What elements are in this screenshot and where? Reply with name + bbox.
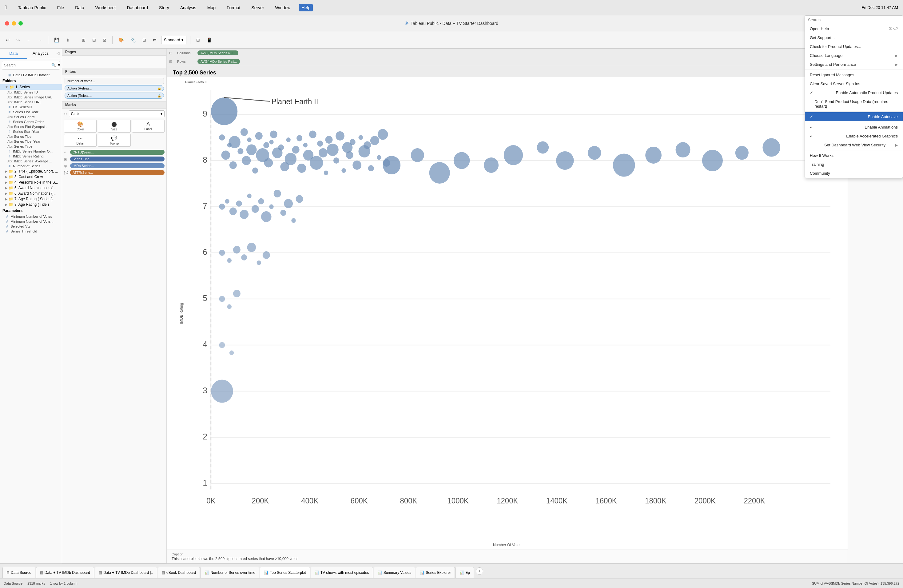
data-source-tab[interactable]: Data Source [4,582,22,585]
help-enable-updates[interactable]: ✓ Enable Automatic Product Updates [805,88,903,97]
field-imdb-series-image-url[interactable]: AbcIMDb Series Image URL [0,95,62,100]
tab-series-explorer[interactable]: 📊 Series Explorer [416,567,455,579]
field-series-end-year[interactable]: #Series End Year [0,110,62,115]
filter-action1[interactable]: Action (Releas... 🔒 [64,85,164,91]
tab-summary[interactable]: 📊 Summary Values [374,567,415,579]
help-set-dashboard-security[interactable]: Set Dashboard Web View Security ▶ [805,140,903,149]
tab-dashboard1[interactable]: ▦ Data + TV IMDb Dashboard [36,567,94,579]
help-enable-animations[interactable]: ✓ Enable Animations [805,123,903,132]
data-search-box[interactable]: 🔍 ▼ ☰ [2,61,60,69]
menu-map[interactable]: Map [205,4,218,11]
param-selected-viz[interactable]: #Selected Viz [0,224,62,229]
tab-series-over-time[interactable]: 📊 Number of Series over time [201,567,259,579]
help-open-help[interactable]: Open Help ⌘⌥? [805,24,903,33]
help-menu-search-input[interactable] [808,17,900,22]
toolbar-standard-dropdown[interactable]: Standard ▾ [161,36,186,44]
toolbar-grid-btn[interactable]: ⊞ [194,36,202,44]
help-clear-server[interactable]: Clear Saved Server Sign-ins [805,79,903,88]
columns-pill[interactable]: AVG(IMDb Series Nu... [197,50,238,55]
toolbar-device-btn[interactable]: 📱 [205,36,214,44]
marks-pill-imdb-series[interactable]: IMDb Series... [70,163,165,168]
toolbar-clip-btn[interactable]: 📎 [128,36,138,44]
field-number-of-series[interactable]: #Number of Series [0,164,62,168]
toolbar-group-btn[interactable]: ⊟ [90,36,98,44]
field-series-type[interactable]: AbcSeries Type [0,144,62,149]
menu-file[interactable]: File [55,4,67,11]
toolbar-redo-btn[interactable]: ↪ [14,36,22,44]
folder-series[interactable]: ▼ 📁 1. Series [0,84,62,90]
tab-data-source[interactable]: ⊞ Data Source [2,567,35,579]
menu-data[interactable]: Data [72,4,87,11]
rows-pill[interactable]: AVG(IMDb Series Rati... [197,59,240,64]
marks-pill-attr[interactable]: ATTR(Serie... [70,170,165,175]
param-min-votes2[interactable]: #Minimum Number of Vote... [0,219,62,224]
mark-detail-btn[interactable]: ⋯ Detail [64,134,97,147]
field-imdb-series-average[interactable]: AbcIMDb Series: Average ... [0,159,62,164]
toolbar-nav-fwd[interactable]: → [36,36,44,44]
folders-section-header[interactable]: Folders [0,77,62,84]
maximize-traffic-light[interactable] [19,21,23,25]
field-imdb-series-number[interactable]: #IMDb Series Number O... [0,149,62,154]
field-series-start-year[interactable]: #Series Start Year [0,129,62,134]
field-pk-seriesid[interactable]: #PK.SeriesID [0,105,62,110]
filter-action2[interactable]: Action (Releas... 🔒 [64,93,164,99]
help-get-support[interactable]: Get Support... [805,33,903,42]
data-search-input[interactable] [4,63,50,68]
tab-ebook[interactable]: ▦ eBook Dashboard [158,567,200,579]
help-enable-autosave[interactable]: ✓ Enable Autosave [805,112,903,121]
tab-analytics[interactable]: Analytics [27,49,54,59]
field-imdb-series-rating[interactable]: #IMDb Series Rating [0,154,62,159]
help-choose-language[interactable]: Choose Language ▶ [805,51,903,60]
field-series-title-year[interactable]: AbcSeries Title, Year [0,139,62,144]
toolbar-nav-back[interactable]: ← [25,36,33,44]
mark-size-btn[interactable]: ⬤ Size [98,119,131,132]
toolbar-swap-btn[interactable]: ⇄ [151,36,159,44]
parameters-section-header[interactable]: Parameters [0,207,62,214]
toolbar-fit-btn[interactable]: ⊡ [140,36,148,44]
panel-collapse-btn[interactable]: ◁ [54,49,62,59]
folder-age-rating-series[interactable]: ▶ 📁 7. Age Rating ( Series ) [0,196,62,202]
help-reset-ignored[interactable]: Reset Ignored Messages [805,71,903,79]
menu-analysis[interactable]: Analysis [178,4,199,11]
menu-dashboard[interactable]: Dashboard [124,4,150,11]
help-settings-perf[interactable]: Settings and Performance ▶ [805,60,903,69]
menu-window[interactable]: Window [273,4,293,11]
mark-label-btn[interactable]: A Label [132,119,165,132]
menu-tableau[interactable]: Tableau Public [16,4,49,11]
toolbar-save-btn[interactable]: 💾 [52,36,61,44]
toolbar-palette-btn[interactable]: 🎨 [116,36,126,44]
field-imdb-series-id[interactable]: AbcIMDb Series ID [0,90,62,95]
menu-worksheet[interactable]: Worksheet [93,4,118,11]
toolbar-publish-btn[interactable]: ⬆ [64,36,72,44]
dataset-item[interactable]: ⊞ Data+TV IMDb Dataset [0,72,62,77]
filter-votes[interactable]: Number of votes... [64,78,164,84]
help-community[interactable]: Community [805,169,903,178]
field-series-title[interactable]: AbcSeries Title [0,134,62,139]
folder-cast[interactable]: ▶ 📁 3. Cast and Crew [0,174,62,179]
menu-story[interactable]: Story [157,4,171,11]
param-min-votes[interactable]: #Minimum Number of Votes [0,214,62,219]
folder-award-nom2[interactable]: ▶ 📁 6. Award Nominations (... [0,191,62,196]
mark-color-btn[interactable]: 🎨 Color [64,119,97,132]
toolbar-filter-btn[interactable]: ⊠ [101,36,109,44]
field-series-genre-order[interactable]: #Series Genre Order [0,119,62,124]
tab-top-series[interactable]: 📊 Top Series Scatterplot [260,567,310,579]
close-traffic-light[interactable] [5,21,9,25]
folder-award-nom1[interactable]: ▶ 📁 5. Award Nominations (... [0,185,62,191]
toolbar-undo-btn[interactable]: ↩ [4,36,12,44]
field-series-genre[interactable]: AbcSeries Genre [0,115,62,119]
mark-tooltip-btn[interactable]: 💬 Tooltip [98,134,131,147]
tab-ep[interactable]: 📊 Ep [456,567,474,579]
tab-tv-shows[interactable]: 📊 TV shows with most episodes [311,567,373,579]
minimize-traffic-light[interactable] [12,21,16,25]
param-series-threshold[interactable]: #Series Threshold [0,229,62,234]
field-series-plot-synopsis[interactable]: AbcSeries Plot Synopsis [0,124,62,129]
folder-age-rating-title[interactable]: ▶ 📁 8. Age Rating ( Title ) [0,202,62,207]
help-menu-search-box[interactable] [805,16,903,24]
marks-type-select[interactable]: Circle ▾ [69,110,165,117]
folder-person-role[interactable]: ▶ 📁 4. Person's Role in the S... [0,179,62,185]
help-check-updates[interactable]: Check for Product Updates... [805,42,903,51]
menu-help[interactable]: Help [299,4,313,11]
help-dont-send[interactable]: Don't Send Product Usage Data (requires … [805,97,903,111]
folder-title[interactable]: ▶ 📁 2. Title ( Episode, Short, ... [0,168,62,174]
